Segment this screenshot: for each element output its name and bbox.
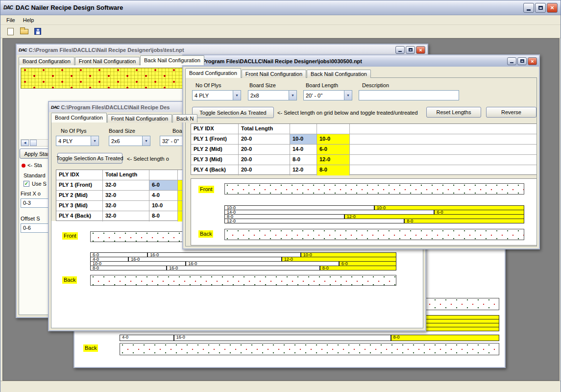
length-cell[interactable]: 4-0 bbox=[149, 191, 178, 200]
table-cell bbox=[350, 165, 537, 175]
segment-length-label: 16-0 bbox=[150, 253, 159, 257]
scroll-left-arrow-icon[interactable]: ◄ bbox=[21, 140, 29, 146]
new-file-button[interactable] bbox=[4, 26, 16, 37]
minimize-button[interactable] bbox=[523, 3, 534, 13]
tab-front-nail-configuration[interactable]: Front Nail Configuration bbox=[75, 57, 140, 65]
untreated-segment: 12-0 bbox=[224, 219, 404, 223]
open-file-button[interactable] bbox=[18, 26, 30, 37]
tab-board-configuration[interactable]: Board Configuration bbox=[185, 68, 241, 78]
window-title-bar[interactable]: DAC C:\Program Files\DACLLC\Nail Recipe … bbox=[17, 45, 427, 55]
minimize-button[interactable] bbox=[507, 57, 516, 65]
ply-index-cell[interactable]: PLY 3 (Mid) bbox=[191, 155, 239, 165]
front-label: Front bbox=[198, 186, 214, 193]
length-cell[interactable]: 14-0 bbox=[290, 145, 317, 154]
segment-length-label: 10-0 bbox=[303, 253, 312, 257]
tab-back-nail-configuration[interactable]: Back Nail Configuration bbox=[140, 55, 204, 65]
treated-length-cell[interactable]: 6-0 bbox=[317, 145, 350, 154]
menu-help[interactable]: Help bbox=[19, 16, 38, 24]
chevron-down-icon: ▼ bbox=[142, 136, 150, 146]
no-of-plys-select[interactable]: 4 PLY▼ bbox=[56, 136, 99, 146]
scrollbar-thumb[interactable] bbox=[30, 140, 37, 146]
ply-index-cell[interactable]: PLY 1 (Front) bbox=[191, 134, 239, 144]
tab-back-nail-configuration[interactable]: Back Nail Configuration bbox=[307, 70, 371, 78]
table-header-row: PLY IDXTotal Length bbox=[191, 124, 537, 134]
total-length-cell[interactable]: 20-0 bbox=[239, 165, 290, 175]
ply-index-cell[interactable]: PLY 3 (Mid) bbox=[56, 201, 103, 211]
total-length-cell[interactable]: 20-0 bbox=[239, 145, 290, 154]
total-length-cell[interactable]: 32-0 bbox=[103, 211, 149, 221]
back-label: Back bbox=[83, 344, 98, 352]
maximize-icon bbox=[409, 48, 413, 51]
board-length-label: Board Length bbox=[306, 82, 338, 88]
total-length-cell[interactable]: 20-0 bbox=[239, 155, 290, 165]
app-title-bar[interactable]: DAC DAC Nailer Recipe Design Software × bbox=[0, 0, 561, 15]
board-ply-bar: 4-016-08-0 bbox=[120, 335, 499, 341]
no-of-plys-value: 4 PLY bbox=[56, 138, 91, 144]
toggle-treated-button[interactable]: Toggle Selection As Treated bbox=[192, 107, 274, 118]
reset-lengths-button[interactable]: Reset Lengths bbox=[426, 107, 481, 118]
description-input[interactable] bbox=[359, 90, 459, 100]
length-cell[interactable]: 10-0 bbox=[149, 201, 178, 211]
close-button[interactable]: × bbox=[528, 57, 537, 65]
back-nail-pattern-strip bbox=[90, 275, 396, 286]
table-cell bbox=[350, 155, 537, 165]
segment-length-label: 8-0 bbox=[393, 335, 400, 340]
chevron-down-icon: ▼ bbox=[91, 136, 98, 146]
total-length-cell[interactable]: 20-0 bbox=[239, 134, 290, 144]
front-nail-pattern-strip bbox=[224, 183, 524, 195]
tab-front-nail-configuration[interactable]: Front Nail Configuration bbox=[242, 70, 306, 78]
ply-index-cell[interactable]: PLY 1 (Front) bbox=[56, 180, 103, 190]
maximize-button[interactable] bbox=[535, 3, 546, 13]
length-cell[interactable]: 8-0 bbox=[149, 211, 178, 221]
length-cell[interactable]: 10-0 bbox=[290, 134, 317, 144]
minimize-button[interactable] bbox=[395, 46, 405, 54]
ply-index-cell[interactable]: PLY 4 (Back) bbox=[56, 211, 103, 221]
tab-back-n[interactable]: Back N bbox=[172, 114, 197, 122]
close-button[interactable]: × bbox=[547, 3, 558, 13]
length-cell[interactable]: 8-0 bbox=[290, 155, 317, 165]
segment-length-label: 4-0 bbox=[122, 335, 128, 340]
use-standard-checkbox[interactable]: ✓ bbox=[24, 181, 29, 187]
ply-index-cell[interactable]: PLY 2 (Mid) bbox=[191, 145, 239, 154]
board-length-select[interactable]: 20' - 0''▼ bbox=[303, 90, 352, 100]
close-button[interactable]: × bbox=[416, 46, 425, 54]
length-cell[interactable]: 6-0 bbox=[149, 180, 178, 190]
total-length-cell[interactable]: 32-0 bbox=[103, 201, 149, 211]
front-label: Front bbox=[62, 232, 78, 240]
menu-file[interactable]: File bbox=[2, 16, 19, 24]
tab-front-nail-configuration[interactable]: Front Nail Configuration bbox=[107, 114, 172, 122]
window-title-bar[interactable]: DAC C:\Program Files\DACLLC\Nail Recipe … bbox=[183, 55, 539, 67]
window-icon: DAC bbox=[51, 105, 59, 110]
app-bottom-bar bbox=[0, 381, 561, 392]
treated-length-cell[interactable]: 10-0 bbox=[317, 134, 350, 144]
column-header bbox=[290, 124, 317, 134]
board-size-select[interactable]: 2x6▼ bbox=[109, 136, 150, 146]
maximize-button[interactable] bbox=[517, 57, 527, 65]
tab-board-configuration[interactable]: Board Configuration bbox=[51, 113, 107, 122]
no-of-plys-select[interactable]: 4 PLY▼ bbox=[192, 90, 241, 100]
toggle-treated-button[interactable]: Toggle Selection As Treated bbox=[57, 153, 122, 164]
treated-length-cell[interactable]: 12-0 bbox=[317, 155, 350, 165]
back-label: Back bbox=[62, 276, 77, 284]
new-document-icon bbox=[7, 28, 14, 35]
table-row: PLY 2 (Mid)20-014-06-0 bbox=[191, 145, 537, 155]
total-length-cell[interactable]: 32-0 bbox=[103, 180, 149, 190]
save-file-button[interactable] bbox=[32, 26, 44, 37]
ply-index-cell[interactable]: PLY 4 (Back) bbox=[191, 165, 239, 175]
board-size-select[interactable]: 2x8▼ bbox=[248, 90, 297, 100]
offset-input[interactable]: 0-6 bbox=[21, 223, 49, 233]
tab-board-configuration[interactable]: Board Configuration bbox=[19, 57, 74, 65]
untreated-segment: 16-0 bbox=[167, 266, 320, 270]
untreated-segment: 4-0 bbox=[120, 335, 174, 341]
ply-index-cell[interactable]: PLY 2 (Mid) bbox=[56, 191, 103, 200]
maximize-button[interactable] bbox=[406, 46, 415, 54]
segment-length-label: 16-0 bbox=[169, 266, 178, 270]
tab-strip: Board ConfigurationFront Nail Configurat… bbox=[19, 55, 204, 65]
first-x-input[interactable]: 0-3 bbox=[21, 198, 49, 208]
length-cell[interactable]: 12-0 bbox=[290, 165, 317, 175]
reverse-button[interactable]: Reverse bbox=[486, 107, 537, 118]
maximize-icon bbox=[538, 6, 543, 10]
treated-length-cell[interactable]: 8-0 bbox=[317, 165, 350, 175]
total-length-cell[interactable]: 32-0 bbox=[103, 191, 149, 200]
board-size-label: Board Size bbox=[249, 82, 276, 88]
